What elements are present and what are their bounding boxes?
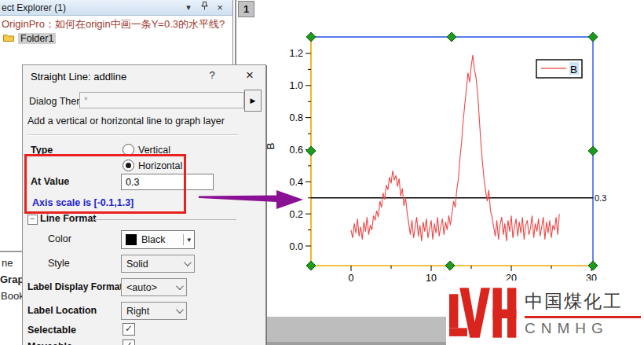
selection-handle[interactable] (306, 261, 316, 270)
label-display-format-label: Label Display Format (27, 281, 123, 292)
color-label: Color (48, 233, 71, 244)
chevron-down-icon[interactable] (176, 306, 184, 314)
selection-handle[interactable] (306, 146, 316, 156)
legend-label[interactable]: B (570, 64, 577, 75)
graph-plot: B B 0.00.20.40.60.81.01.201020300.3 (236, 0, 644, 317)
close-icon[interactable]: × (214, 2, 226, 13)
legend[interactable]: B (536, 60, 582, 78)
label-display-format-value: <auto> (126, 282, 157, 293)
x-tick-label: 0 (349, 273, 354, 284)
dialog-separator (27, 134, 238, 136)
label-display-format-dropdown[interactable]: <auto> (121, 278, 187, 296)
y-tick-label: 0.0 (290, 241, 303, 252)
selection-handle[interactable] (588, 32, 598, 42)
collapse-icon[interactable]: − (27, 215, 38, 225)
dialog-theme-input[interactable] (79, 92, 244, 108)
data-curve[interactable] (351, 55, 559, 241)
selection-handle[interactable] (588, 261, 598, 270)
pin-icon[interactable] (198, 2, 210, 13)
cnmhg-logo-text: 中国煤化工 CNMHG (525, 289, 641, 337)
y-tick-label: 0.6 (290, 145, 303, 156)
label-location-label: Label Location (27, 305, 97, 316)
label-location-dropdown[interactable]: Right (121, 302, 187, 320)
panel-menu-icon[interactable]: ▾ (182, 2, 195, 13)
y-tick-label: 1.0 (290, 80, 303, 91)
close-icon[interactable]: × (241, 68, 258, 83)
x-tick-label: 10 (426, 273, 437, 284)
selectable-label: Selectable (27, 325, 76, 336)
style-value: Solid (126, 259, 148, 270)
chevron-down-icon[interactable]: ▾ (183, 234, 194, 245)
theme-flyout-button[interactable]: ▶ (244, 90, 262, 112)
highlight-rectangle (24, 154, 186, 214)
selection-handle[interactable] (588, 146, 598, 156)
color-value: Black (141, 234, 166, 245)
line-format-label: Line Format (40, 213, 97, 224)
lower-item[interactable]: Book (1, 290, 24, 302)
label-location-value: Right (126, 306, 149, 317)
selection-handle[interactable] (445, 261, 455, 270)
selection-handle[interactable] (306, 32, 316, 42)
panel-title: ect Explorer (1) (2, 2, 66, 13)
lower-item[interactable]: Grap (0, 273, 24, 285)
moveable-checkbox[interactable]: ✓ (123, 339, 135, 345)
style-dropdown[interactable]: Solid (121, 255, 195, 273)
folder-item[interactable]: Folder1 (3, 32, 56, 45)
folder-label[interactable]: Folder1 (18, 33, 56, 44)
lower-item: ne (2, 257, 13, 269)
cnmhg-logo-mark (449, 285, 518, 340)
y-axis-title: B (265, 143, 276, 150)
logo-chinese-text: 中国煤化工 (525, 289, 641, 314)
logo-divider (525, 316, 641, 318)
selectable-checkbox[interactable]: ✓ (123, 323, 135, 336)
dialog-title: Straight Line: addline (31, 71, 126, 83)
dialog-description: Add a vertical or horizontal line to gra… (27, 116, 225, 127)
logo-english-text: CNMHG (525, 320, 641, 337)
chevron-down-icon[interactable] (176, 282, 184, 290)
help-icon[interactable]: ? (205, 69, 219, 83)
y-tick-label: 0.8 (290, 112, 303, 123)
reference-line-label: 0.3 (595, 193, 606, 203)
folder-icon (3, 31, 15, 46)
color-dropdown[interactable]: Black ▾ (121, 230, 195, 249)
color-swatch (126, 234, 137, 245)
arrow-shape (199, 190, 303, 209)
explorer-question-text: OriginPro：如何在origin中画一条Y=0.3的水平线? (2, 17, 225, 31)
project-explorer-titlebar: ect Explorer (1) ▾ × (0, 0, 232, 16)
y-tick-label: 1.2 (290, 48, 303, 59)
moveable-label: Moveable (27, 341, 72, 345)
annotation-arrow (181, 181, 314, 220)
selection-handle[interactable] (447, 32, 456, 42)
cnmhg-logo: 中国煤化工 CNMHG (446, 281, 644, 345)
chevron-down-icon[interactable] (184, 259, 192, 266)
style-label: Style (48, 258, 70, 269)
